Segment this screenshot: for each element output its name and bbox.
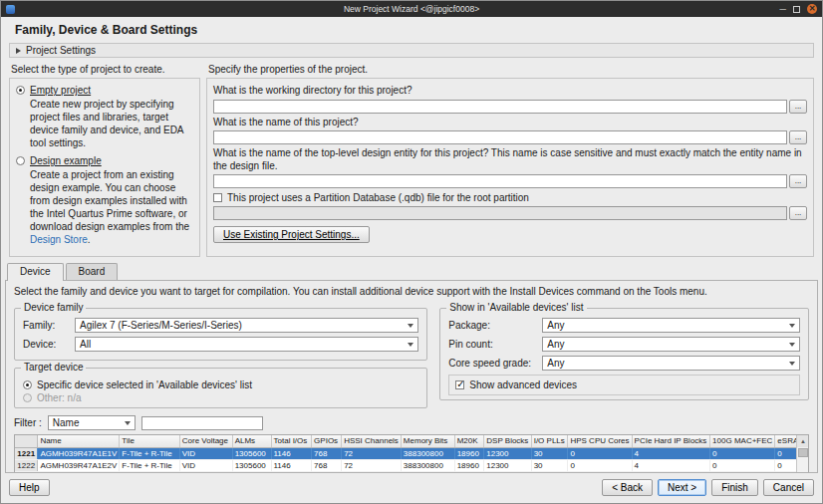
design-store-link[interactable]: Design Store (30, 234, 88, 245)
design-example-desc-end: . (88, 234, 91, 245)
project-name-browse-button[interactable]: ... (789, 130, 807, 144)
package-combo[interactable]: Any (542, 318, 800, 333)
device-cell: AGMH039R47A1E1V (38, 447, 120, 459)
filter-input[interactable] (141, 416, 263, 430)
available-devices-table[interactable]: NameTileCore VoltageALMsTotal I/OsGPIOsH… (14, 434, 809, 473)
project-name-input[interactable] (213, 130, 787, 144)
working-directory-question: What is the working directory for this p… (213, 85, 807, 98)
device-cell: 1146 (271, 447, 312, 459)
column-header-name[interactable]: Name (38, 435, 120, 447)
scroll-up-icon[interactable]: ▲ (797, 435, 809, 447)
device-table-row[interactable]: 1222AGMH039R47A1E2VF-Tile + R-TileVID130… (15, 459, 808, 471)
radio-icon[interactable] (23, 380, 32, 389)
device-cell: 1305600 (232, 459, 271, 471)
help-button[interactable]: Help (9, 479, 50, 496)
radio-icon[interactable] (16, 86, 25, 95)
next-button[interactable]: Next > (658, 479, 706, 496)
qdb-checkbox-label: This project uses a Partition Database (… (227, 192, 529, 203)
device-cell: 0 (710, 459, 775, 471)
project-settings-label: Project Settings (26, 45, 96, 56)
column-header-alms[interactable]: ALMs (232, 435, 271, 447)
project-type-box: Empty project Create new project by spec… (9, 78, 200, 257)
show-advanced-devices-label: Show advanced devices (469, 379, 577, 390)
device-cell: 72 (342, 459, 402, 471)
device-label: Device: (23, 339, 69, 350)
device-cell: 30 (531, 447, 568, 459)
cancel-button[interactable]: Cancel (763, 479, 814, 496)
tab-board[interactable]: Board (66, 263, 119, 280)
project-properties-title: Specify the properties of the project. (206, 62, 814, 78)
tab-device[interactable]: Device (7, 263, 64, 281)
project-name-question: What is the name of this project? (213, 117, 807, 129)
pin-count-combo-value: Any (547, 339, 564, 350)
advanced-devices-box: Show advanced devices (448, 375, 800, 395)
device-cell: 388300800 (401, 459, 454, 471)
working-directory-input[interactable] (213, 100, 787, 114)
device-cell: 18960 (454, 447, 484, 459)
package-combo-value: Any (547, 320, 564, 331)
design-example-label[interactable]: Design example (30, 155, 102, 166)
column-header-core-voltage[interactable]: Core Voltage (179, 435, 232, 447)
finish-button[interactable]: Finish (711, 479, 758, 496)
qdb-checkbox-row[interactable]: This project uses a Partition Database (… (213, 192, 807, 203)
column-header-total-i-os[interactable]: Total I/Os (271, 435, 312, 447)
page-title: Family, Device & Board Settings (1, 17, 822, 39)
column-header-m20k[interactable]: M20K (454, 435, 484, 447)
back-button[interactable]: < Back (602, 479, 653, 496)
device-cell: 30 (531, 459, 568, 471)
show-in-list-groupbox: Show in 'Available devices' list Package… (439, 308, 809, 400)
vertical-scroll-thumb[interactable] (798, 448, 808, 457)
use-existing-settings-button[interactable]: Use Existing Project Settings... (213, 226, 370, 243)
device-cell: 4 (632, 459, 710, 471)
package-label: Package: (448, 320, 536, 331)
core-speed-grade-combo[interactable]: Any (542, 356, 800, 371)
other-device-radio[interactable]: Other: n/a (23, 392, 418, 403)
device-cell: 768 (312, 447, 342, 459)
top-level-entity-input[interactable] (213, 174, 787, 188)
empty-project-desc: Create new project by specifying project… (30, 98, 191, 149)
working-directory-browse-button[interactable]: ... (789, 100, 807, 114)
empty-project-label[interactable]: Empty project (30, 85, 91, 96)
column-header-memory-bits[interactable]: Memory Bits (401, 435, 454, 447)
column-header-hps-cpu-cores[interactable]: HPS CPU Cores (568, 435, 632, 447)
column-header-tile[interactable]: Tile (120, 435, 179, 447)
column-header-dsp-blocks[interactable]: DSP Blocks (484, 435, 531, 447)
top-level-entity-browse-button[interactable]: ... (789, 174, 807, 188)
device-cell: 18960 (454, 459, 484, 471)
family-combo-value: Agilex 7 (F-Series/M-Series/I-Series) (80, 320, 242, 331)
filter-combo[interactable]: Name (48, 415, 136, 430)
minimize-icon[interactable]: ─ (780, 5, 786, 14)
column-header-gpios[interactable]: GPIOs (312, 435, 342, 447)
family-combo[interactable]: Agilex 7 (F-Series/M-Series/I-Series) (75, 318, 418, 333)
column-header-100g-mac-fec[interactable]: 100G MAC+FEC (710, 435, 775, 447)
specific-device-radio[interactable]: Specific device selected in 'Available d… (23, 379, 418, 390)
qdb-file-browse-button[interactable]: ... (789, 206, 807, 220)
vertical-scrollbar[interactable]: ▲ ▼ (796, 435, 808, 473)
title-bar[interactable]: New Project Wizard <@jipgicf0008> ─ ✕ (1, 1, 822, 17)
row-number-header (15, 435, 38, 447)
qdb-file-input[interactable] (213, 206, 787, 220)
empty-project-radio[interactable]: Empty project (16, 85, 193, 96)
column-header-pcie-hard-ip-blocks[interactable]: PCIe Hard IP Blocks (632, 435, 710, 447)
radio-icon[interactable] (16, 156, 25, 165)
pin-count-combo[interactable]: Any (542, 337, 800, 352)
device-description: Select the family and device you want to… (14, 286, 809, 297)
device-cell: VID (179, 447, 232, 459)
column-header-hssi-channels[interactable]: HSSI Channels (342, 435, 402, 447)
maximize-icon[interactable] (793, 6, 800, 13)
design-example-radio[interactable]: Design example (16, 155, 193, 166)
qdb-checkbox[interactable] (213, 193, 222, 202)
show-advanced-devices-row[interactable]: Show advanced devices (455, 379, 793, 390)
device-cell: 12300 (484, 459, 531, 471)
device-table-row[interactable]: 1221AGMH039R47A1E1VF-Tile + R-TileVID130… (15, 447, 808, 459)
device-board-tabbar: Device Board (7, 263, 822, 280)
project-settings-section[interactable]: Project Settings (9, 43, 814, 58)
device-combo[interactable]: All (75, 337, 418, 352)
show-advanced-devices-checkbox[interactable] (455, 380, 464, 389)
column-header-i-o-plls[interactable]: I/O PLLs (531, 435, 568, 447)
device-cell: 768 (312, 459, 342, 471)
new-project-wizard-dialog: New Project Wizard <@jipgicf0008> ─ ✕ Fa… (0, 0, 823, 504)
top-level-entity-question: What is the name of the top-level design… (213, 147, 807, 172)
other-device-label: Other: n/a (37, 392, 81, 403)
close-icon[interactable]: ✕ (807, 4, 817, 14)
